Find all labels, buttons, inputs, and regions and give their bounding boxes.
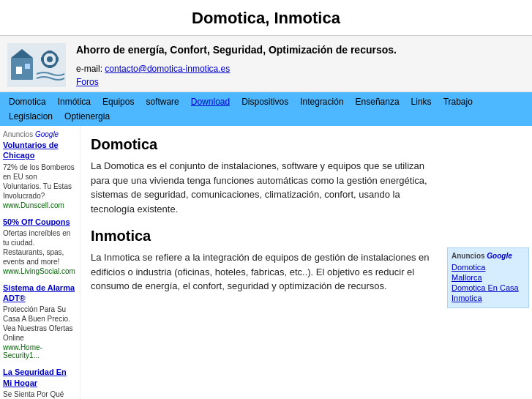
svg-rect-4 xyxy=(25,64,30,69)
right-sidebar: Anuncios Google DomoticaMallorcaDomotica… xyxy=(444,243,532,313)
header-tagline: Ahorro de energía, Confort, Seguridad, O… xyxy=(76,43,525,58)
right-ad-link[interactable]: Mallorca xyxy=(452,273,525,282)
left-ad-item: 50% Off CouponsOfertas increíbles en tu … xyxy=(3,217,77,275)
right-ad-link[interactable]: Domotica xyxy=(452,263,525,272)
left-sidebar: Anuncios Google Voluntarios de Chicago72… xyxy=(0,126,80,399)
site-logo xyxy=(7,43,66,87)
left-ad-title[interactable]: Sistema de Alarma ADT® xyxy=(3,283,77,304)
nav-item-download[interactable]: Download xyxy=(185,94,236,109)
left-ad-title[interactable]: La Seguridad En Mi Hogar xyxy=(3,367,77,388)
left-ad-desc: Se Sienta Por Qué xyxy=(3,389,77,399)
section2-text: La Inmotica se refiere a la integración … xyxy=(91,250,434,294)
header-email-line: e-mail: contacto@domotica-inmotica.es xyxy=(76,64,525,74)
svg-rect-8 xyxy=(48,65,52,68)
nav-item-dispositivos[interactable]: Dispositivos xyxy=(236,94,294,109)
nav-item-equipos[interactable]: Equipos xyxy=(97,94,140,109)
left-ad-title[interactable]: Voluntarios de Chicago xyxy=(3,140,77,161)
foros-link[interactable]: Foros xyxy=(76,77,99,87)
section2-heading: Inmotica xyxy=(91,228,434,245)
left-ad-url: www.Home-Security1... xyxy=(3,343,77,359)
svg-rect-7 xyxy=(48,51,52,53)
section1-heading: Domotica xyxy=(91,136,434,153)
email-label: e-mail: xyxy=(76,64,105,74)
nav-item-legislacion[interactable]: Legislacion xyxy=(3,109,59,124)
left-ads-label: Anuncios Google xyxy=(3,130,77,138)
nav-item-links[interactable]: Links xyxy=(405,94,438,109)
nav-item-inmtica[interactable]: Inmótica xyxy=(52,94,97,109)
svg-rect-9 xyxy=(41,57,44,61)
right-ads-box: Anuncios Google DomoticaMallorcaDomotica… xyxy=(447,247,529,308)
right-ads-label: Anuncios Google xyxy=(452,252,525,260)
left-ad-desc: 72% de los Bomberos en EU son Voluntario… xyxy=(3,163,77,201)
left-ad-url: www.Dunscell.com xyxy=(3,201,77,209)
right-ad-link[interactable]: Domotica En Casa xyxy=(452,283,525,292)
email-link[interactable]: contacto@domotica-inmotica.es xyxy=(105,64,230,74)
left-ad-item: Sistema de Alarma ADT®Protección Para Su… xyxy=(3,283,77,360)
left-ad-desc: Protección Para Su Casa A Buen Precio. V… xyxy=(3,305,77,343)
left-ad-desc: Ofertas increíbles en tu ciudad. Restaur… xyxy=(3,228,77,266)
left-ad-item: La Seguridad En Mi HogarSe Sienta Por Qu… xyxy=(3,367,77,399)
page-title: Domotica, Inmotica xyxy=(0,0,532,36)
content-area: Domotica La Domotica es el conjunto de i… xyxy=(80,126,444,399)
svg-rect-3 xyxy=(16,67,22,74)
svg-point-6 xyxy=(47,56,53,62)
left-ad-title[interactable]: 50% Off Coupons xyxy=(3,217,77,227)
header-text: Ahorro de energía, Confort, Seguridad, O… xyxy=(76,43,525,87)
nav-item-integracin[interactable]: Integración xyxy=(294,94,349,109)
nav-item-optienergia[interactable]: Optienergia xyxy=(59,109,116,124)
left-ad-url: www.LivingSocial.com xyxy=(3,267,77,275)
section1-text: La Domotica es el conjunto de instalacio… xyxy=(91,159,434,216)
nav-bar: DomoticaInmóticaEquipossoftwareDownloadD… xyxy=(0,92,532,126)
nav-item-trabajo[interactable]: Trabajo xyxy=(438,94,479,109)
left-ad-item: Voluntarios de Chicago72% de los Bombero… xyxy=(3,140,77,209)
main-layout: Anuncios Google Voluntarios de Chicago72… xyxy=(0,126,532,399)
right-ad-link[interactable]: Inmotica xyxy=(452,294,525,302)
header-area: Ahorro de energía, Confort, Seguridad, O… xyxy=(0,36,532,92)
nav-item-domotica[interactable]: Domotica xyxy=(3,94,52,109)
svg-rect-10 xyxy=(56,57,59,61)
nav-item-software[interactable]: software xyxy=(140,94,184,109)
nav-item-enseanza[interactable]: Enseñanza xyxy=(350,94,405,109)
